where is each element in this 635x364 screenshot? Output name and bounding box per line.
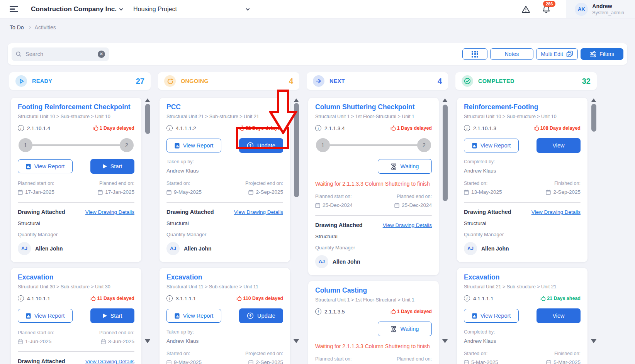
date-label: Finished on:: [546, 181, 581, 186]
info-icon[interactable]: i: [315, 308, 321, 315]
task-title[interactable]: Excavation: [166, 273, 283, 281]
divider: [315, 215, 432, 216]
company-dropdown[interactable]: Construction Company Inc.: [31, 5, 122, 13]
start-button[interactable]: Start: [90, 308, 134, 323]
user-menu[interactable]: AK Andrew System_admin: [566, 0, 635, 18]
divider: [166, 202, 283, 203]
task-title[interactable]: Column Casting: [315, 286, 432, 295]
drawing-attached-label: Drawing Attached: [464, 209, 511, 215]
filters-icon: [590, 51, 596, 58]
column-ready: READY 27 Footing Reinforcement Checkpoin…: [9, 72, 151, 364]
view-button[interactable]: View: [537, 308, 581, 323]
view-drawing-details-link[interactable]: View Drawing Details: [85, 359, 134, 364]
progress-stepper: 1 2: [316, 138, 431, 152]
filters-button[interactable]: Filters: [581, 48, 623, 60]
date-label: Planned end on:: [394, 194, 432, 199]
notifications-bell-icon[interactable]: 286: [542, 5, 551, 14]
scroll-down-arrow[interactable]: [442, 339, 448, 343]
scroll-up-arrow[interactable]: [442, 98, 448, 102]
drawing-discipline: Structural: [18, 220, 134, 226]
view-report-button[interactable]: View Report: [18, 159, 73, 173]
report-icon: [26, 164, 31, 169]
calendar-icon: [464, 360, 469, 364]
calendar-icon: [98, 190, 103, 195]
assignee-name: Allen John: [481, 245, 509, 252]
start-button[interactable]: Start: [90, 159, 134, 174]
view-button[interactable]: View: [537, 138, 581, 153]
view-drawing-details-link[interactable]: View Drawing Details: [234, 209, 283, 215]
scroll-up-arrow[interactable]: [145, 98, 150, 102]
view-drawing-details-link[interactable]: View Drawing Details: [85, 209, 134, 215]
waiting-button[interactable]: Waiting: [378, 159, 432, 174]
hamburger-menu-icon[interactable]: [10, 5, 18, 14]
task-title[interactable]: Reinforcement-Footing: [464, 103, 581, 111]
drawing-attached-label: Drawing Attached: [18, 358, 65, 364]
info-icon[interactable]: i: [464, 125, 470, 131]
scrollbar-thumb[interactable]: [145, 104, 150, 134]
update-button[interactable]: Update: [239, 308, 283, 323]
breadcrumb-todo[interactable]: To Do: [10, 24, 24, 30]
assignee-avatar: AJ: [18, 242, 31, 255]
update-button[interactable]: Update: [239, 138, 283, 153]
drawing-discipline: Structural: [464, 220, 581, 226]
task-title[interactable]: PCC: [166, 103, 283, 111]
task-title[interactable]: Footing Reinforcement Checkpoint: [18, 103, 134, 111]
info-icon[interactable]: i: [18, 295, 24, 301]
breadcrumb-activities: Activities: [35, 24, 56, 30]
delay-badge: 52 Days delayed: [239, 125, 283, 131]
view-report-button[interactable]: View Report: [18, 309, 73, 323]
scroll-down-arrow[interactable]: [591, 339, 596, 343]
project-dropdown[interactable]: Housing Project: [133, 6, 249, 13]
task-title[interactable]: Excavation: [464, 273, 581, 281]
kanban-board: READY 27 Footing Reinforcement Checkpoin…: [9, 72, 597, 364]
drawing-attached-label: Drawing Attached: [18, 209, 65, 215]
task-title[interactable]: Column Shuttering Checkpoint: [315, 103, 432, 111]
project-name: Housing Project: [133, 6, 177, 13]
info-icon[interactable]: i: [166, 295, 173, 301]
assignee-role-label: Quantity Manager: [18, 232, 134, 237]
multi-edit-button[interactable]: Multi Edit: [536, 48, 578, 60]
grid-icon: [472, 51, 478, 58]
scroll-up-arrow[interactable]: [591, 98, 596, 102]
board-view-button[interactable]: [462, 48, 487, 60]
task-title[interactable]: Excavation: [18, 273, 134, 281]
date-label: Planned start on:: [315, 194, 353, 199]
scrollbar-thumb[interactable]: [443, 105, 448, 201]
scrollbar-thumb[interactable]: [591, 104, 596, 132]
card-list: Reinforcement-Footing Structural Unit 10…: [457, 98, 587, 364]
view-report-button[interactable]: View Report: [464, 139, 519, 152]
search-clear-icon[interactable]: ✕: [98, 51, 105, 58]
calendar-icon: [18, 339, 23, 344]
info-icon[interactable]: i: [315, 125, 321, 131]
calendar-icon: [101, 339, 106, 344]
view-report-button[interactable]: View Report: [166, 139, 221, 152]
notes-button[interactable]: Notes: [490, 48, 533, 60]
info-icon[interactable]: i: [18, 125, 24, 131]
alert-warning-icon[interactable]: [521, 5, 530, 14]
column-completed: COMPLETED 32 Reinforcement-Footing Struc…: [455, 72, 597, 364]
top-right-actions: 286 AK Andrew System_admin: [521, 0, 635, 18]
view-report-button[interactable]: View Report: [464, 309, 519, 323]
info-icon[interactable]: i: [166, 125, 173, 131]
scroll-down-arrow[interactable]: [145, 339, 150, 343]
chevron-down-icon: [246, 7, 250, 10]
info-icon[interactable]: i: [464, 295, 470, 301]
column-label: COMPLETED: [478, 78, 514, 84]
view-report-button[interactable]: View Report: [166, 309, 221, 323]
column-next: NEXT 4 Column Shuttering Checkpoint Stru…: [307, 72, 448, 364]
delay-badge: 1 Days delayed: [93, 125, 134, 131]
task-card: Column Shuttering Checkpoint Structural …: [308, 98, 439, 275]
date-value: 13-May-2025: [471, 189, 502, 195]
search-input[interactable]: [25, 51, 95, 58]
waiting-button[interactable]: Waiting: [378, 322, 432, 336]
view-drawing-details-link[interactable]: View Drawing Details: [531, 209, 581, 215]
scrollbar-thumb[interactable]: [294, 103, 299, 197]
task-code: 2.1.1.3.4: [324, 125, 345, 131]
divider: [18, 351, 134, 352]
scroll-down-arrow[interactable]: [294, 339, 299, 343]
scroll-up-arrow[interactable]: [294, 98, 299, 102]
assignee-name: Allen John: [35, 245, 63, 252]
date-label: Planned start on:: [315, 356, 353, 362]
chevron-right-icon: [27, 26, 31, 29]
view-drawing-details-link[interactable]: View Drawing Details: [383, 222, 432, 228]
